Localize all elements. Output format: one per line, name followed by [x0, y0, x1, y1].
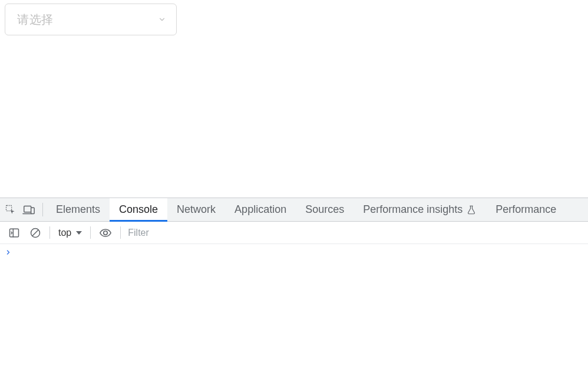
triangle-down-icon: [76, 228, 82, 238]
tab-label: Sources: [305, 203, 344, 216]
separator: [42, 203, 43, 216]
tab-label: Network: [177, 203, 216, 216]
tab-sources[interactable]: Sources: [296, 198, 354, 221]
filter-input[interactable]: [124, 225, 588, 241]
tab-application[interactable]: Application: [225, 198, 296, 221]
tab-label: Performance: [495, 203, 556, 216]
toggle-sidebar-button[interactable]: [4, 222, 25, 244]
clear-console-button[interactable]: [25, 222, 46, 244]
context-label: top: [58, 228, 71, 238]
svg-point-9: [104, 231, 107, 234]
tab-label: Elements: [56, 203, 100, 216]
console-output[interactable]: [0, 244, 588, 375]
filter-wrap: [124, 222, 588, 244]
svg-marker-8: [76, 231, 82, 235]
separator: [120, 226, 121, 239]
svg-rect-4: [10, 229, 19, 236]
devtools-panel: Elements Console Network Application Sou…: [0, 198, 588, 375]
separator: [90, 226, 91, 239]
tab-label: Application: [234, 203, 286, 216]
tab-network[interactable]: Network: [167, 198, 225, 221]
inspect-element-button[interactable]: [0, 198, 19, 221]
live-expression-button[interactable]: [94, 222, 117, 244]
chevron-right-icon: [5, 248, 12, 258]
console-toolbar: top: [0, 222, 588, 244]
svg-rect-1: [24, 206, 31, 212]
select-placeholder: 请选择: [17, 12, 54, 28]
tab-performance[interactable]: Performance: [486, 198, 561, 221]
svg-line-7: [32, 230, 38, 236]
tab-console[interactable]: Console: [110, 198, 167, 221]
tab-performance-insights[interactable]: Performance insights: [354, 198, 486, 221]
tab-label: Performance insights: [363, 203, 463, 216]
tab-elements[interactable]: Elements: [47, 198, 110, 221]
flask-icon: [466, 205, 477, 215]
devtools-tabs: Elements Console Network Application Sou…: [0, 198, 588, 222]
separator: [49, 226, 50, 239]
select-dropdown[interactable]: 请选择: [5, 4, 177, 35]
svg-rect-3: [31, 208, 34, 213]
device-toolbar-button[interactable]: [19, 198, 39, 221]
tab-label: Console: [119, 203, 158, 216]
page-content: 请选择: [0, 0, 588, 198]
context-selector[interactable]: top: [54, 228, 87, 238]
chevron-down-icon: [157, 15, 167, 24]
